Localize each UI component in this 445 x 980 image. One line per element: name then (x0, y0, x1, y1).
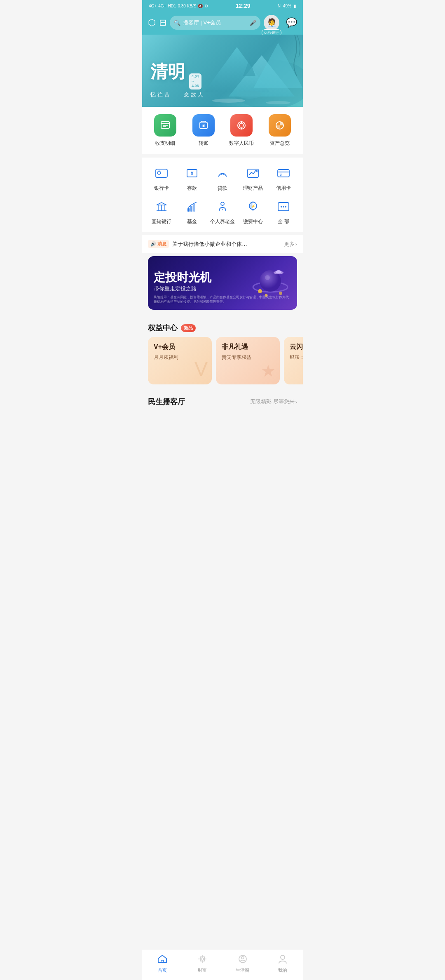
assets-icon (269, 114, 291, 137)
notice-more[interactable]: 更多 › (284, 240, 297, 248)
special-decoration: ★ (261, 361, 276, 380)
signal2-text: 4G+ (158, 4, 166, 8)
bankcard-icon (152, 164, 171, 182)
svg-text:⚡: ⚡ (251, 204, 256, 209)
status-bar: 4G+ 4G+ HD1 0.30 KB/S 🔇 ⚙ 12:29 N 49% ▮ (142, 0, 303, 12)
message-icon[interactable]: 💬 (286, 17, 297, 28)
wealth-label: 理财产品 (243, 185, 263, 192)
status-time: 12:29 (236, 2, 251, 9)
zhuanzhang-icon: ¥ (192, 114, 215, 137)
notice-bar[interactable]: 🔊 消息 关于我行降低小微企业和个体… 更多 › (142, 235, 303, 253)
deposit-icon: ¥ (183, 164, 201, 182)
special-card-sub: 贵宾专享权益 (222, 354, 274, 361)
yunshan-card-sub: 银联： (290, 354, 303, 361)
service-bankcard[interactable]: 银行卡 (146, 164, 177, 192)
svg-text:¥: ¥ (202, 123, 205, 128)
service-loan[interactable]: ¥ 贷款 (207, 164, 238, 192)
zhuanzhang-label: 转账 (199, 140, 208, 147)
service-fund[interactable]: 基金 (177, 198, 207, 225)
service-wealth[interactable]: 理财产品 (238, 164, 268, 192)
podcast-section: 民生播客厅 无限精彩 尽等您来 › (142, 391, 303, 415)
svg-point-15 (239, 123, 244, 127)
podcast-more-text: 无限精彩 尽等您来 (250, 398, 295, 405)
svg-point-36 (221, 202, 224, 205)
exit-icon[interactable]: ⬡ (148, 17, 156, 28)
speaker-icon: 🔊 (150, 241, 156, 247)
benefits-title: 权益中心 (148, 323, 178, 333)
podcast-header: 民生播客厅 无限精彩 尽等您来 › (148, 393, 297, 411)
status-right: N 49% ▮ (278, 4, 296, 8)
credit-label: 信用卡 (276, 185, 291, 192)
ad-disclaimer: 风险提示：基金有风险，投资需谨慎，产品由合作基金公司发行与管理，中国民生银行作为… (154, 295, 291, 304)
directbank-label: 直销银行 (152, 218, 171, 225)
benefit-card-vip[interactable]: V+会员 月月领福利 V (148, 337, 212, 384)
wifi-icon: ⚙ (204, 4, 208, 8)
chevron-right-icon: › (295, 241, 297, 247)
search-bar[interactable]: 🔍 播客厅 | V+会员 🎤 (170, 16, 260, 30)
service-payment[interactable]: ⚡ 缴费中心 (238, 198, 268, 225)
digital-icon (230, 114, 253, 137)
svg-point-43 (285, 206, 286, 207)
banner-subtitle: 忆往昔 念故人 (150, 91, 205, 99)
svg-rect-24 (278, 170, 289, 177)
avatar[interactable]: 🧑‍💼 (264, 15, 279, 31)
pension-icon: ¥ (213, 198, 232, 216)
signal-text: 4G+ (149, 4, 157, 8)
fund-label: 基金 (187, 218, 197, 225)
yunshan-card-title: 云闪付 (290, 343, 303, 351)
service-deposit[interactable]: ¥ 存款 (177, 164, 207, 192)
banner-decoration (196, 35, 303, 107)
service-pension[interactable]: ¥ 个人养老金 (207, 198, 238, 225)
quick-actions: 收支明细 ¥ 转账 数字人民币 (142, 107, 303, 154)
service-credit[interactable]: 信用卡 (268, 164, 299, 192)
action-item-assets[interactable]: 资产总览 (261, 114, 299, 147)
payment-label: 缴费中心 (243, 218, 263, 225)
ad-content: 定投时光机 带你重走定投之路 风险提示：基金有风险，投资需谨慎，产品由合作基金公… (154, 272, 291, 304)
podcast-more[interactable]: 无限精彩 尽等您来 › (250, 398, 297, 405)
hd-text: HD1 (168, 4, 176, 8)
search-text: 播客厅 | V+会员 (183, 19, 221, 26)
pension-label: 个人养老金 (210, 218, 235, 225)
vip-decoration: V (194, 358, 208, 380)
svg-point-18 (157, 171, 161, 174)
service-all[interactable]: 全 部 (268, 198, 299, 225)
svg-text:¥: ¥ (191, 171, 194, 177)
battery-text: 49% (283, 4, 291, 8)
benefits-section-header: 权益中心 新品 (142, 316, 303, 337)
ad-banner[interactable]: 定投时光机 带你重走定投之路 风险提示：基金有风险，投资需谨慎，产品由合作基金公… (148, 256, 297, 310)
service-grid: 银行卡 ¥ 存款 ¥ 贷款 (146, 164, 299, 225)
mic-icon[interactable]: 🎤 (250, 20, 256, 26)
new-badge: 新品 (181, 324, 196, 332)
credit-icon (274, 164, 293, 182)
loan-label: 贷款 (218, 185, 227, 192)
vip-card-title: V+会员 (154, 343, 206, 351)
svg-point-42 (283, 206, 284, 207)
benefit-card-yunshan[interactable]: 云闪付 银联： (284, 337, 303, 384)
svg-point-6 (212, 99, 245, 103)
loan-icon: ¥ (213, 164, 232, 182)
search-icon: 🔍 (174, 20, 180, 26)
scan-icon[interactable]: ⊟ (159, 17, 166, 28)
digital-label: 数字人民币 (229, 140, 254, 147)
service-directbank[interactable]: 直销银行 (146, 198, 177, 225)
avatar-container[interactable]: 🧑‍💼 远程银行 (264, 15, 279, 31)
speed-text: 0.30 KB/S (178, 4, 196, 8)
action-item-shouru[interactable]: 收支明细 (146, 114, 185, 147)
action-item-digital[interactable]: 数字人民币 (222, 114, 261, 147)
benefit-card-special[interactable]: 非凡礼遇 贵宾专享权益 ★ (216, 337, 280, 384)
bankcard-label: 银行卡 (154, 185, 169, 192)
shouru-icon (154, 114, 176, 137)
status-left: 4G+ 4G+ HD1 0.30 KB/S 🔇 ⚙ (149, 4, 208, 8)
benefits-scroll: V+会员 月月领福利 V 非凡礼遇 贵宾专享权益 ★ 云闪付 银联： (142, 337, 303, 391)
svg-rect-33 (187, 208, 190, 212)
fund-icon (183, 198, 201, 216)
shouru-label: 收支明细 (155, 140, 175, 147)
svg-text:¥: ¥ (221, 207, 224, 211)
battery-icon: ▮ (294, 4, 296, 8)
all-label: 全 部 (278, 218, 289, 225)
service-section: 银行卡 ¥ 存款 ¥ 贷款 (142, 158, 303, 232)
action-item-zhuanzhang[interactable]: ¥ 转账 (185, 114, 223, 147)
special-card-title: 非凡礼遇 (222, 343, 274, 351)
svg-rect-8 (161, 122, 169, 128)
notice-more-text: 更多 (284, 240, 295, 248)
